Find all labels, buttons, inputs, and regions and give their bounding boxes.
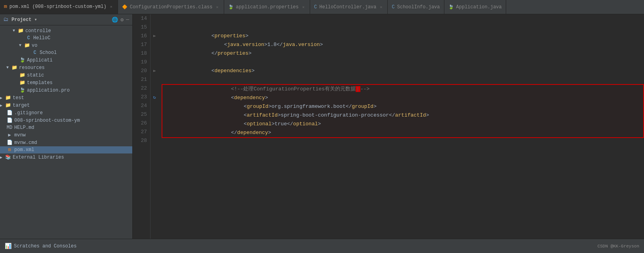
xml-tab-icon: m (4, 4, 7, 10)
gutter-25 (151, 110, 158, 119)
project-icon: 🗂 (3, 17, 8, 23)
tab-schoolinfo[interactable]: C SchoolInfo.java (388, 0, 444, 14)
tab-label-pom: pom.xml (008-sprinboot-custom-yml) (10, 4, 107, 10)
sidebar-globe-icon[interactable]: 🌐 (112, 17, 118, 23)
tree-item-helloc[interactable]: C HelloC (0, 34, 132, 42)
tab-close-pom[interactable]: ✕ (109, 4, 114, 10)
tree-item-pomxml[interactable]: m pom.xml (0, 146, 132, 153)
tree-item-test[interactable]: ▶ 📁 test (0, 94, 132, 102)
sidebar: 🗂 Project ▾ 🌐 ⚙ — ▼ 📁 controlle (0, 14, 133, 239)
gutter-16[interactable]: ⊳ (151, 32, 158, 40)
tab-close-hello[interactable]: ✕ (379, 4, 383, 10)
tree-label-helloc: HelloC (33, 35, 50, 41)
tree-item-school[interactable]: C School (0, 49, 132, 56)
md-icon: MD (6, 125, 13, 130)
gutter-21 (151, 75, 158, 84)
tab-application[interactable]: 🍃 Application.java (444, 0, 506, 14)
spring-icon-applicati: 🍃 (19, 57, 25, 63)
line-num-22: 22 (133, 84, 147, 93)
expand-arrow-resources: ▼ (6, 65, 11, 70)
code-line-28 (162, 138, 644, 147)
line-num-23: 23 (133, 93, 147, 102)
tree-label-pomxml: pom.xml (14, 147, 34, 153)
gutter-14 (151, 14, 158, 23)
sh-icon-mvnw: ▶ (6, 132, 13, 138)
scratches-consoles-button[interactable]: 📊 Scratches and Consoles (5, 243, 76, 249)
tree-item-target[interactable]: ▶ 📁 target (0, 102, 132, 109)
tree-label-target: target (13, 103, 30, 108)
scratches-icon: 📊 (5, 243, 11, 249)
gutter-15 (151, 23, 158, 32)
prop-tab-icon: 🍃 (228, 4, 234, 10)
gutter-23[interactable]: ↻ (151, 93, 158, 102)
gutter: ⊳ ⊳ ↻ (151, 14, 158, 239)
tree-label-gitignore: .gitignore (14, 110, 43, 116)
sidebar-settings-icon[interactable]: ⚙ (120, 17, 124, 23)
tab-config-class[interactable]: 🔶 ConfigurationProperties.class ✕ (118, 0, 224, 14)
gutter-22 (151, 84, 158, 93)
tab-close-appprop[interactable]: ✕ (301, 4, 306, 10)
tree-item-gitignore[interactable]: 📄 .gitignore (0, 109, 132, 117)
tab-pom-xml[interactable]: m pom.xml (008-sprinboot-custom-yml) ✕ (0, 0, 118, 14)
gutter-28 (151, 136, 158, 145)
folder-icon-vo: 📁 (24, 42, 30, 48)
tree-item-approp[interactable]: 🍃 application.pro (0, 86, 132, 94)
prop-icon-approp: 🍃 (19, 87, 25, 93)
folder-icon-templates: 📁 (19, 80, 25, 86)
tree-label-mvnwcmd: mvnw.cmd (14, 140, 37, 146)
expand-arrow-target: ▶ (0, 103, 5, 108)
folder-icon-resources: 📁 (11, 65, 17, 71)
gutter-20[interactable]: ⊳ (151, 67, 158, 75)
sidebar-header-icons: 🌐 ⚙ — (112, 17, 129, 23)
tree-item-static[interactable]: 📁 static (0, 71, 132, 79)
java-icon-helloc: C (25, 35, 32, 41)
sidebar-minimize-icon[interactable]: — (126, 17, 129, 23)
tree-item-vo[interactable]: ▼ 📁 vo (0, 42, 132, 49)
bottom-bar: 📊 Scratches and Consoles CSDN @KK-Greyso… (0, 239, 644, 253)
expand-arrow-vo: ▼ (19, 43, 24, 48)
line-num-16: 16 (133, 32, 147, 40)
java-tab-icon-school: C (392, 4, 394, 10)
git-icon: 📄 (6, 110, 13, 116)
folder-icon-extlibs: 📚 (5, 154, 11, 160)
tree-item-008custom[interactable]: 📄 008-sprinboot-custom-ym (0, 117, 132, 124)
java-tab-icon-hello: C (314, 4, 317, 10)
code-line-18: </properties> (162, 49, 644, 58)
line-num-14: 14 (133, 14, 147, 23)
editor-content: 14 15 16 17 18 19 20 21 22 23 24 25 26 2… (133, 14, 644, 239)
tree-label-templates: templates (27, 80, 53, 86)
line-num-25: 25 (133, 110, 147, 119)
file-icon-008: 📄 (6, 117, 13, 123)
tab-hello-ctrl[interactable]: C HelloController.java ✕ (310, 0, 388, 14)
sidebar-tree: ▼ 📁 controlle C HelloC ▼ 📁 vo (0, 25, 132, 239)
tree-item-resources[interactable]: ▼ 📁 resources (0, 64, 132, 71)
tree-label-approp: application.pro (27, 88, 70, 93)
line-num-19: 19 (133, 58, 147, 67)
code-area[interactable]: <properties> <java.version>1.8</java.ver… (158, 14, 644, 239)
line-numbers: 14 15 16 17 18 19 20 21 22 23 24 25 26 2… (133, 14, 151, 239)
code-line-27: </dependency> (162, 128, 643, 137)
java-icon-school: C (32, 50, 38, 56)
tree-label-test: test (13, 95, 24, 101)
tree-item-templates[interactable]: 📁 templates (0, 79, 132, 86)
tree-item-helpmd[interactable]: MD HELP.md (0, 124, 132, 131)
line-num-20: 20 (133, 67, 147, 75)
editor-area: 14 15 16 17 18 19 20 21 22 23 24 25 26 2… (133, 14, 644, 239)
tab-label-config: ConfigurationProperties.class (130, 4, 213, 10)
tab-app-prop[interactable]: 🍃 application.properties ✕ (224, 0, 310, 14)
tree-item-mvnw[interactable]: ▶ mvnw (0, 131, 132, 139)
tree-item-mvnwcmd[interactable]: 📄 mvnw.cmd (0, 139, 132, 146)
folder-icon-static: 📁 (19, 72, 25, 78)
tab-label-appprop: application.properties (236, 4, 299, 10)
tree-item-controller[interactable]: ▼ 📁 controlle (0, 27, 132, 34)
line-num-15: 15 (133, 23, 147, 32)
tree-item-extlibs[interactable]: ▶ 📚 External Libraries (0, 153, 132, 161)
watermark: CSDN @KK-Greyson (597, 244, 639, 249)
folder-icon-target: 📁 (5, 102, 11, 108)
folder-icon-controller: 📁 (17, 28, 24, 34)
tree-label-008: 008-sprinboot-custom-ym (14, 118, 80, 123)
tree-item-applicati[interactable]: 🍃 Applicati (0, 56, 132, 64)
tab-close-config[interactable]: ✕ (215, 4, 220, 10)
gutter-19 (151, 58, 158, 67)
line-num-28: 28 (133, 136, 147, 145)
